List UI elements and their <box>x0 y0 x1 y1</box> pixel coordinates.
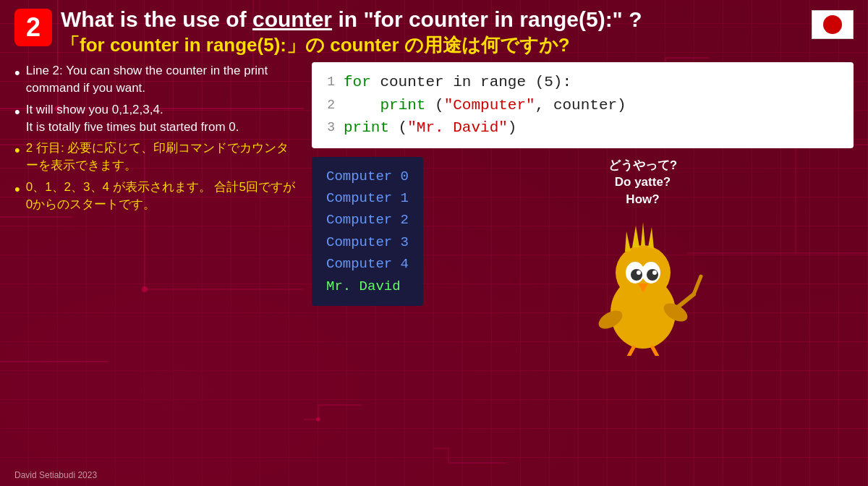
flag-circle <box>823 15 842 34</box>
mascot-line1: どうやって? <box>608 158 677 172</box>
japan-flag <box>812 10 854 39</box>
output-box: Computer 0 Computer 1 Computer 2 Compute… <box>312 157 423 306</box>
title-part2: in "for counter in range(5):" ? <box>332 7 642 31</box>
code-content-1: for counter in range (5): <box>344 71 571 94</box>
code-line-1: 1 for counter in range (5): <box>323 71 842 94</box>
bullet-3: • 2 行目: 必要に応じて、印刷コマンドでカウンターを表示できます。 <box>14 140 300 174</box>
bullet-4: • 0、1、2、3、4 が表示されます。 合計5回ですが0からのスタートです。 <box>14 179 300 213</box>
code-line-3: 3 print ("Mr. David") <box>323 116 842 140</box>
bullet-2: • It will show you 0,1,2,3,4.It is total… <box>14 101 300 136</box>
bullet-dot-2: • <box>14 103 20 122</box>
header-text-block: What is the use of counter in "for count… <box>61 7 804 56</box>
svg-marker-21 <box>625 231 631 252</box>
svg-point-27 <box>652 270 657 275</box>
line-num-1: 1 <box>323 72 335 92</box>
svg-marker-20 <box>648 227 654 249</box>
mascot-line2: Do yatte? <box>615 175 671 189</box>
output-mascot-row: Computer 0 Computer 1 Computer 2 Compute… <box>312 157 854 356</box>
svg-marker-19 <box>641 222 645 246</box>
header: 2 What is the use of counter in "for cou… <box>14 7 854 56</box>
question-number: 2 <box>14 9 52 46</box>
svg-marker-18 <box>632 226 639 247</box>
code-content-3: print ("Mr. David") <box>344 116 516 140</box>
svg-point-25 <box>647 269 658 281</box>
code-line-2: 2 print ("Computer", counter) <box>323 94 842 117</box>
bullet-text-1: Line 2: You can show the counter in the … <box>26 62 300 97</box>
svg-point-26 <box>637 270 641 275</box>
mascot-line3: How? <box>626 192 659 206</box>
output-line-2: Computer 2 <box>326 209 409 231</box>
mascot-svg <box>582 211 705 356</box>
header-subtitle: 「for counter in range(5):」の counter の用途は… <box>61 34 804 56</box>
mascot-text: どうやって? Do yatte? How? <box>608 157 677 208</box>
code-content-2: print ("Computer", counter) <box>344 94 626 117</box>
svg-line-31 <box>625 347 634 356</box>
bullet-dot-3: • <box>14 141 20 160</box>
output-line-4: Computer 4 <box>326 253 409 275</box>
output-line-5: Mr. David <box>326 276 409 297</box>
left-column: • Line 2: You can show the counter in th… <box>14 62 300 440</box>
line-num-2: 2 <box>323 95 335 115</box>
footer: David Setiabudi 2023 <box>14 470 97 480</box>
bullet-text-4: 0、1、2、3、4 が表示されます。 合計5回ですが0からのスタートです。 <box>26 179 300 213</box>
mascot-area: どうやって? Do yatte? How? <box>432 157 854 356</box>
bullet-dot-1: • <box>14 64 20 82</box>
code-block: 1 for counter in range (5): 2 print ("Co… <box>312 62 854 148</box>
bullet-text-3: 2 行目: 必要に応じて、印刷コマンドでカウンターを表示できます。 <box>26 140 300 174</box>
main-layout: • Line 2: You can show the counter in th… <box>14 62 854 440</box>
bullet-dot-4: • <box>14 180 20 199</box>
line-num-3: 3 <box>323 118 335 137</box>
bullet-text-2: It will show you 0,1,2,3,4.It is totally… <box>26 101 239 136</box>
title-part1: What is the use of <box>61 7 252 31</box>
output-line-0: Computer 0 <box>326 166 409 187</box>
svg-point-24 <box>631 269 642 281</box>
title-underline: counter <box>252 7 332 31</box>
svg-line-38 <box>694 276 701 294</box>
right-column: 1 for counter in range (5): 2 print ("Co… <box>312 62 854 440</box>
svg-line-32 <box>652 347 661 356</box>
output-line-3: Computer 3 <box>326 231 409 253</box>
svg-line-37 <box>676 294 694 309</box>
output-line-1: Computer 1 <box>326 187 409 209</box>
header-title: What is the use of counter in "for count… <box>61 7 804 31</box>
bullet-1: • Line 2: You can show the counter in th… <box>14 62 300 97</box>
